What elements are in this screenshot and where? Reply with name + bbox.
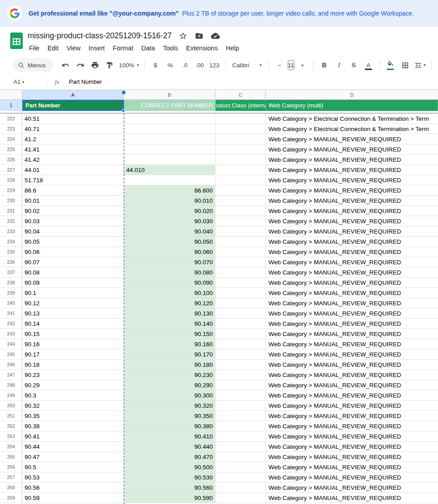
- menus-search-button[interactable]: Menus: [12, 58, 53, 72]
- cell-c246[interactable]: [215, 360, 266, 370]
- cell-a229[interactable]: 86.6: [22, 185, 124, 196]
- cell-d235[interactable]: Web Category > MANUAL_REVIEW_REQUIRED: [266, 247, 438, 257]
- move-icon[interactable]: [195, 32, 204, 41]
- cell-a258[interactable]: 90.56: [22, 483, 124, 493]
- cell-b257[interactable]: 90.530: [124, 472, 215, 483]
- cell-b226[interactable]: [124, 155, 215, 165]
- cell-b243[interactable]: 90.150: [124, 329, 215, 339]
- cell-c251[interactable]: [215, 411, 266, 421]
- document-title[interactable]: missing-product-class-20251209-1516-27: [28, 31, 172, 41]
- select-all-corner[interactable]: [0, 90, 22, 99]
- cell-a226[interactable]: 41.42: [22, 155, 124, 165]
- row-number-253[interactable]: 253: [0, 431, 22, 442]
- menu-item-extensions[interactable]: Extensions: [182, 43, 222, 53]
- cell-a249[interactable]: 90.3: [22, 390, 124, 401]
- cell-c255[interactable]: [215, 452, 266, 462]
- cell-a236[interactable]: 90.07: [22, 257, 124, 267]
- cell-a259[interactable]: 90.59: [22, 493, 124, 503]
- cell-b259[interactable]: 90.590: [124, 493, 215, 503]
- print-button[interactable]: [88, 59, 102, 71]
- cell-d249[interactable]: Web Category > MANUAL_REVIEW_REQUIRED: [266, 390, 438, 401]
- cell-a246[interactable]: 90.18: [22, 360, 124, 370]
- cell-c225[interactable]: [215, 144, 266, 155]
- cell-b235[interactable]: 90.060: [124, 247, 215, 257]
- row-number-237[interactable]: 237: [0, 267, 22, 278]
- cell-d245[interactable]: Web Category > MANUAL_REVIEW_REQUIRED: [266, 349, 438, 360]
- cell-a257[interactable]: 90.53: [22, 472, 124, 483]
- cell-c257[interactable]: [215, 472, 266, 483]
- cell-b1[interactable]: CORRECT PART NUMBER: [124, 100, 215, 111]
- cell-b233[interactable]: 90.040: [124, 226, 215, 237]
- row-number-223[interactable]: 223: [0, 124, 22, 134]
- row-number-236[interactable]: 236: [0, 257, 22, 267]
- cell-c256[interactable]: [215, 462, 266, 472]
- cell-a243[interactable]: 90.15: [22, 329, 124, 339]
- cell-b224[interactable]: [124, 134, 215, 144]
- cell-c237[interactable]: [215, 267, 266, 278]
- cell-b247[interactable]: 90.230: [124, 370, 215, 380]
- cell-d236[interactable]: Web Category > MANUAL_REVIEW_REQUIRED: [266, 257, 438, 267]
- cell-a253[interactable]: 90.41: [22, 431, 124, 442]
- cell-a222[interactable]: 40.51: [22, 114, 124, 124]
- cell-c250[interactable]: [215, 401, 266, 411]
- row-number-224[interactable]: 224: [0, 134, 22, 144]
- cell-a244[interactable]: 90.16: [22, 339, 124, 349]
- cell-a224[interactable]: 41.2: [22, 134, 124, 144]
- row-number-247[interactable]: 247: [0, 370, 22, 380]
- font-size-input[interactable]: 11: [288, 60, 295, 70]
- cell-b234[interactable]: 90.050: [124, 237, 215, 247]
- horizontal-align-button[interactable]: ▾: [436, 59, 438, 71]
- decrease-decimal-button[interactable]: .0: [178, 59, 192, 71]
- text-color-button[interactable]: A: [362, 59, 375, 71]
- zoom-select[interactable]: 100% ▾: [118, 59, 140, 71]
- cell-a237[interactable]: 90.08: [22, 267, 124, 278]
- cell-b232[interactable]: 90.030: [124, 216, 215, 226]
- cell-d246[interactable]: Web Category > MANUAL_REVIEW_REQUIRED: [266, 360, 438, 370]
- cell-b256[interactable]: 90.500: [124, 462, 215, 472]
- row-number-255[interactable]: 255: [0, 452, 22, 462]
- column-header-a[interactable]: A: [22, 90, 124, 99]
- row-number-222[interactable]: 222: [0, 114, 22, 124]
- cell-a239[interactable]: 90.1: [22, 288, 124, 298]
- row-number-229[interactable]: 229: [0, 185, 22, 196]
- cell-a240[interactable]: 90.12: [22, 298, 124, 308]
- cell-c248[interactable]: [215, 380, 266, 390]
- cell-a235[interactable]: 90.06: [22, 247, 124, 257]
- cell-b249[interactable]: 90.300: [124, 390, 215, 401]
- cell-a238[interactable]: 90.09: [22, 278, 124, 288]
- cell-b251[interactable]: 90.350: [124, 411, 215, 421]
- cell-d256[interactable]: Web Category > MANUAL_REVIEW_REQUIRED: [266, 462, 438, 472]
- row-number-256[interactable]: 256: [0, 462, 22, 472]
- row-number-240[interactable]: 240: [0, 298, 22, 308]
- column-header-d[interactable]: D: [266, 90, 438, 99]
- cell-a241[interactable]: 90.13: [22, 308, 124, 319]
- cell-b239[interactable]: 90.100: [124, 288, 215, 298]
- row-number-232[interactable]: 232: [0, 216, 22, 226]
- font-select[interactable]: Calibri ▾: [230, 59, 264, 71]
- cell-c258[interactable]: [215, 483, 266, 493]
- cell-a225[interactable]: 41.41: [22, 144, 124, 155]
- increase-font-size-button[interactable]: +: [296, 59, 309, 71]
- cell-c253[interactable]: [215, 431, 266, 442]
- column-header-b[interactable]: B: [124, 90, 215, 99]
- cell-b228[interactable]: [124, 175, 215, 185]
- cell-c242[interactable]: [215, 319, 266, 329]
- cell-b255[interactable]: 90.470: [124, 452, 215, 462]
- cell-d225[interactable]: Web Category > MANUAL_REVIEW_REQUIRED: [266, 144, 438, 155]
- column-header-c[interactable]: C: [215, 90, 266, 99]
- increase-decimal-button[interactable]: .00: [193, 59, 207, 71]
- row-number-226[interactable]: 226: [0, 155, 22, 165]
- cell-c234[interactable]: [215, 237, 266, 247]
- cell-b236[interactable]: 90.070: [124, 257, 215, 267]
- cell-d240[interactable]: Web Category > MANUAL_REVIEW_REQUIRED: [266, 298, 438, 308]
- cell-b248[interactable]: 90.290: [124, 380, 215, 390]
- cell-d233[interactable]: Web Category > MANUAL_REVIEW_REQUIRED: [266, 226, 438, 237]
- cell-c224[interactable]: [215, 134, 266, 144]
- cell-c223[interactable]: [215, 124, 266, 134]
- cell-a255[interactable]: 90.47: [22, 452, 124, 462]
- cell-d230[interactable]: Web Category > MANUAL_REVIEW_REQUIRED: [266, 196, 438, 206]
- cell-d229[interactable]: Web Category > MANUAL_REVIEW_REQUIRED: [266, 185, 438, 196]
- column-guide-handle[interactable]: [122, 91, 125, 94]
- cell-d250[interactable]: Web Category > MANUAL_REVIEW_REQUIRED: [266, 401, 438, 411]
- row-number-243[interactable]: 243: [0, 329, 22, 339]
